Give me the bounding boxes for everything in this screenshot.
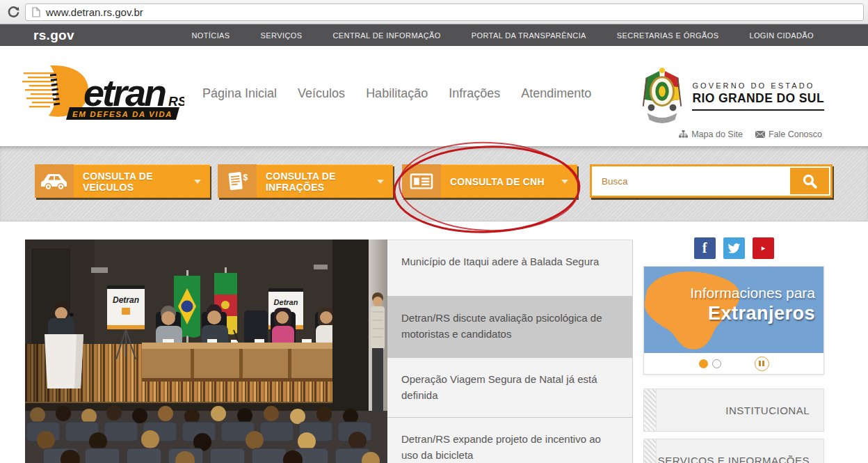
youtube-icon[interactable] <box>753 237 774 259</box>
menu-portal-transparencia[interactable]: PORTAL DA TRANSPARÊNCIA <box>472 31 586 40</box>
quick-consult-band: CONSULTA DE VEÍCULOS $ CONSULTA DE INFRA… <box>0 146 868 221</box>
banner-line2: Extranjeros <box>690 303 815 324</box>
sidebar-item-label: INSTITUCIONAL <box>725 405 810 416</box>
gov-brand-line1: GOVERNO DO ESTADO <box>692 81 824 90</box>
nav-habilitacao[interactable]: Habilitação <box>366 86 428 101</box>
detran-rs-suffix: RS <box>168 94 184 109</box>
hatch-texture <box>644 389 657 431</box>
standing-man <box>371 292 385 412</box>
detran-logo[interactable]: etran RS EM DEFESA DA VIDA <box>21 64 184 125</box>
consulta-infracoes-label: CONSULTA DE INFRAÇÕES <box>266 171 377 193</box>
consulta-veiculos-button[interactable]: CONSULTA DE VEÍCULOS <box>35 164 210 198</box>
consulta-infracoes-button[interactable]: $ CONSULTA DE INFRAÇÕES <box>218 164 393 198</box>
detran-logo-speed-lines <box>22 72 56 107</box>
svg-text:$: $ <box>243 173 248 182</box>
hatch-texture <box>644 439 657 463</box>
news-item-active[interactable]: Detran/RS discute avaliação psicológica … <box>387 297 632 358</box>
caret-down-icon <box>377 180 384 184</box>
site-header: etran RS EM DEFESA DA VIDA Página Inicia… <box>0 46 868 146</box>
detran-tagline: EM DEFESA DA VIDA <box>72 110 172 118</box>
main-nav: Página Inicial Veículos Habilitação Infr… <box>202 86 591 101</box>
address-bar[interactable]: www.detran.rs.gov.br <box>25 3 864 21</box>
rsgov-logo[interactable]: rs.gov <box>33 28 74 43</box>
rs-government-brand: GOVERNO DO ESTADO RIO GRANDE DO SUL <box>638 64 824 128</box>
nav-pagina-inicial[interactable]: Página Inicial <box>202 86 277 101</box>
news-item[interactable]: Operação Viagem Segura de Natal já está … <box>387 358 632 418</box>
sitemap-label: Mapa do Site <box>691 130 743 139</box>
consulta-cnh-button[interactable]: CONSULTA DE CNH <box>402 164 577 198</box>
contact-link[interactable]: Fale Conosco <box>755 130 822 139</box>
contact-label: Fale Conosco <box>769 130 822 139</box>
nav-veiculos[interactable]: Veículos <box>298 86 345 101</box>
banner-text: Informaciones para Extranjeros <box>690 285 815 324</box>
auditorium-photo-graphic: Detran Detran <box>25 240 387 463</box>
state-gov-menu: NOTÍCIAS SERVIÇOS CENTRAL DE INFORMAÇÃO … <box>191 31 814 40</box>
facebook-glyph: f <box>702 240 707 256</box>
menu-central-informacao[interactable]: CENTRAL DE INFORMAÇÃO <box>332 31 440 40</box>
menu-secretarias-orgaos[interactable]: SECRETARIAS E ÓRGÃOS <box>617 31 719 40</box>
sitemap-link[interactable]: Mapa do Site <box>679 130 743 139</box>
search-icon <box>801 173 818 189</box>
nav-infracoes[interactable]: Infrações <box>449 86 500 101</box>
infraction-doc-icon: $ <box>218 164 257 198</box>
news-item[interactable]: Detran/RS expande projeto de incentivo a… <box>387 418 632 463</box>
caret-down-icon <box>194 180 201 184</box>
search-input[interactable] <box>593 168 789 194</box>
refresh-icon[interactable] <box>4 3 22 21</box>
envelope-icon <box>755 131 765 138</box>
consulta-cnh-label: CONSULTA DE CNH <box>450 176 545 187</box>
state-gov-bar: rs.gov NOTÍCIAS SERVIÇOS CENTRAL DE INFO… <box>0 24 868 46</box>
page-icon <box>32 7 40 17</box>
carousel-pause-button[interactable] <box>755 356 769 371</box>
header-utility-links: Mapa do Site Fale Conosco <box>679 130 822 139</box>
news-carousel-photo[interactable]: Detran Detran <box>25 240 387 463</box>
sidebar: f Informaciones para Extranjeros <box>643 237 824 463</box>
site-search <box>590 164 833 198</box>
main-content: Detran Detran <box>0 221 868 463</box>
extranjeros-banner[interactable]: Informaciones para Extranjeros <box>643 266 824 375</box>
svg-text:Detran: Detran <box>274 298 298 306</box>
social-links: f <box>643 237 824 259</box>
carousel-dot-active[interactable] <box>699 359 708 368</box>
url-text: www.detran.rs.gov.br <box>46 6 143 18</box>
rs-coat-of-arms <box>638 64 686 128</box>
news-title: Detran/RS discute avaliação psicológica … <box>401 312 602 340</box>
sidebar-item-institucional[interactable]: INSTITUCIONAL <box>643 389 824 432</box>
audience <box>25 405 387 463</box>
sidebar-item-servicos-informacoes[interactable]: SERVIÇOS E INFORMAÇÕES <box>643 439 824 463</box>
news-title: Operação Viagem Segura de Natal já está … <box>401 373 597 401</box>
facebook-icon[interactable]: f <box>694 237 716 259</box>
news-title: Município de Itaqui adere à Balada Segur… <box>401 256 599 267</box>
caret-down-icon <box>561 180 568 184</box>
gov-brand-text: GOVERNO DO ESTADO RIO GRANDE DO SUL <box>692 81 824 111</box>
svg-text:Detran: Detran <box>113 295 139 305</box>
nav-atendimento[interactable]: Atendimento <box>521 86 591 101</box>
news-item[interactable]: Município de Itaqui adere à Balada Segur… <box>387 240 632 297</box>
carousel-dot[interactable] <box>712 359 721 368</box>
news-title: Detran/RS expande projeto de incentivo a… <box>401 433 601 461</box>
banner-line1: Informaciones para <box>690 285 815 301</box>
cnh-card-icon <box>402 164 441 198</box>
search-button[interactable] <box>790 168 829 194</box>
gov-brand-line2: RIO GRANDE DO SUL <box>692 91 824 106</box>
menu-servicos[interactable]: SERVIÇOS <box>261 31 303 40</box>
browser-toolbar: www.detran.rs.gov.br <box>0 0 868 24</box>
extranjeros-banner-image: Informaciones para Extranjeros <box>644 267 823 353</box>
carousel-controls <box>644 353 823 374</box>
consulta-veiculos-label: CONSULTA DE VEÍCULOS <box>83 171 194 193</box>
news-headlines-list: Município de Itaqui adere à Balada Segur… <box>387 240 633 463</box>
sidebar-item-label: SERVIÇOS E INFORMAÇÕES <box>658 455 810 463</box>
menu-noticias[interactable]: NOTÍCIAS <box>191 31 230 40</box>
menu-login-cidadao[interactable]: LOGIN CIDADÃO <box>749 31 814 40</box>
car-icon <box>35 164 74 198</box>
sitemap-icon <box>679 130 688 139</box>
twitter-icon[interactable] <box>723 237 745 259</box>
